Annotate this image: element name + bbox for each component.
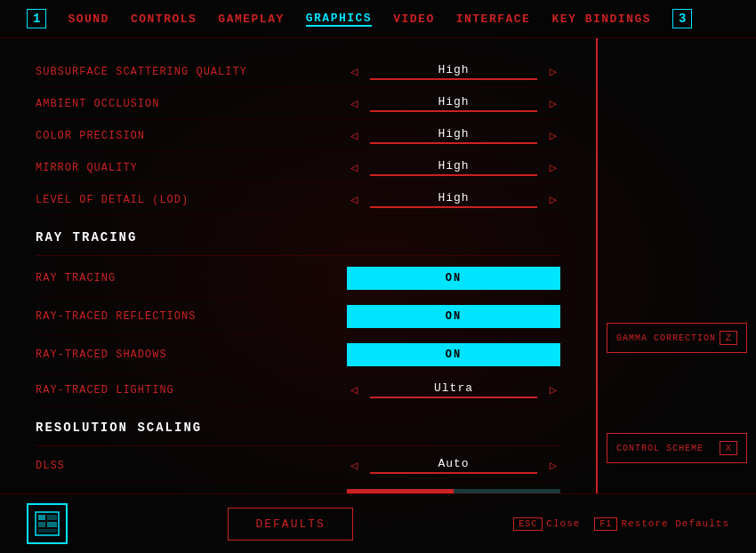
resolution-scaling-header: Resolution Scaling (36, 406, 560, 442)
restore-label: Restore Defaults (621, 518, 729, 529)
close-label: Close (546, 518, 580, 529)
selector-rt-lighting: ◁ Ultra ▷ (347, 381, 560, 398)
svg-rect-3 (47, 515, 57, 520)
arrow-right-subsurface[interactable]: ▷ (546, 64, 560, 79)
selector-lod: ◁ High ▷ (347, 191, 560, 208)
setting-mirror: Mirror Quality ◁ High ▷ (36, 152, 560, 184)
left-bracket[interactable]: 1 (27, 9, 46, 28)
selector-mirror: ◁ High ▷ (347, 159, 560, 176)
label-subsurface: Subsurface Scattering Quality (36, 66, 249, 78)
svg-rect-2 (38, 522, 45, 527)
nav-controls[interactable]: CONTROLS (131, 12, 197, 26)
nav-sound[interactable]: SOUND (68, 12, 109, 26)
gamma-label: GAMMA CORRECTION (616, 333, 716, 343)
arrow-right-dlss[interactable]: ▷ (546, 458, 560, 473)
arrow-right-ambient[interactable]: ▷ (546, 96, 560, 111)
label-mirror: Mirror Quality (36, 162, 249, 174)
selector-color: ◁ High ▷ (347, 127, 560, 144)
value-mirror: High (370, 159, 537, 176)
control-label: CONTROL SCHEME (616, 444, 704, 453)
control-key: X (720, 441, 737, 455)
setting-color: Color Precision ◁ High ▷ (36, 120, 560, 152)
selector-ambient: ◁ High ▷ (347, 95, 560, 112)
arrow-left-ambient[interactable]: ◁ (347, 96, 361, 111)
close-key: ESC (513, 517, 543, 531)
arrow-right-rt-lighting[interactable]: ▷ (546, 382, 560, 397)
toggle-ray-tracing[interactable]: ON (347, 267, 560, 290)
nav-graphics[interactable]: GRAPHICS (306, 12, 372, 27)
svg-rect-5 (38, 529, 57, 533)
restore-key: F1 (594, 517, 617, 531)
main-container: 1 SOUND CONTROLS GAMEPLAY GRAPHICS VIDEO… (0, 0, 756, 553)
selector-subsurface: ◁ High ▷ (347, 63, 560, 80)
right-sidebar: GAMMA CORRECTION Z CONTROL SCHEME X (596, 38, 756, 493)
gamma-correction-button[interactable]: GAMMA CORRECTION Z (607, 323, 747, 353)
arrow-left-lod[interactable]: ◁ (347, 192, 361, 207)
setting-dynamic-cas: Dynamic FidelityFX CAS OFF ON (36, 482, 560, 493)
content-area: Subsurface Scattering Quality ◁ High ▷ A… (0, 38, 756, 493)
nav-video[interactable]: VIDEO (393, 12, 435, 26)
label-dlss: DLSS (36, 460, 249, 472)
nav-interface[interactable]: INTERFACE (456, 12, 531, 26)
arrow-left-mirror[interactable]: ◁ (347, 160, 361, 175)
svg-rect-4 (47, 522, 57, 527)
setting-rt-lighting: Ray-Traced Lighting ◁ Ultra ▷ (36, 374, 560, 406)
value-ambient: High (370, 95, 537, 112)
gamma-key: Z (720, 331, 737, 345)
nav-keybindings[interactable]: KEY BINDINGS (551, 12, 651, 26)
setting-subsurface: Subsurface Scattering Quality ◁ High ▷ (36, 56, 560, 88)
value-color: High (370, 127, 537, 144)
nav-gameplay[interactable]: GAMEPLAY (218, 12, 284, 26)
svg-rect-1 (38, 515, 45, 520)
value-rt-lighting: Ultra (370, 381, 537, 398)
label-rt-shadows: Ray-Traced Shadows (36, 349, 249, 361)
arrow-left-dlss[interactable]: ◁ (347, 458, 361, 473)
setting-rt-shadows: Ray-Traced Shadows ON (36, 336, 560, 374)
label-lod: Level of Detail (LOD) (36, 194, 249, 206)
defaults-button[interactable]: DEFAULTS (228, 508, 352, 541)
right-bracket[interactable]: 3 (672, 9, 692, 28)
settings-panel: Subsurface Scattering Quality ◁ High ▷ A… (0, 38, 596, 493)
close-control: ESC Close (513, 517, 580, 531)
bottom-controls: ESC Close F1 Restore Defaults (513, 517, 729, 531)
setting-dlss: DLSS ◁ Auto ▷ (36, 450, 560, 482)
arrow-left-color[interactable]: ◁ (347, 128, 361, 143)
divider-rs (36, 445, 560, 446)
setting-lod: Level of Detail (LOD) ◁ High ▷ (36, 184, 560, 216)
top-nav: 1 SOUND CONTROLS GAMEPLAY GRAPHICS VIDEO… (0, 0, 756, 38)
selector-dlss: ◁ Auto ▷ (347, 457, 560, 474)
toggle-rt-shadows[interactable]: ON (347, 343, 560, 366)
setting-rt-reflections: Ray-Traced Reflections ON (36, 298, 560, 336)
value-subsurface: High (370, 63, 537, 80)
value-dlss: Auto (370, 457, 537, 474)
setting-ambient: Ambient Occlusion ◁ High ▷ (36, 88, 560, 120)
setting-ray-tracing: Ray Tracing ON (36, 260, 560, 298)
label-color: Color Precision (36, 130, 249, 142)
control-scheme-button[interactable]: CONTROL SCHEME X (607, 433, 747, 463)
divider-rt (36, 255, 560, 256)
arrow-right-mirror[interactable]: ▷ (546, 160, 560, 175)
ray-tracing-header: Ray Tracing (36, 216, 560, 252)
arrow-left-subsurface[interactable]: ◁ (347, 64, 361, 79)
toggle-rt-reflections[interactable]: ON (347, 305, 560, 328)
label-rt-lighting: Ray-Traced Lighting (36, 384, 249, 397)
arrow-right-color[interactable]: ▷ (546, 128, 560, 143)
value-lod: High (370, 191, 537, 208)
restore-control: F1 Restore Defaults (594, 517, 729, 531)
arrow-right-lod[interactable]: ▷ (546, 192, 560, 207)
label-ambient: Ambient Occlusion (36, 98, 249, 110)
arrow-left-rt-lighting[interactable]: ◁ (347, 382, 361, 397)
label-ray-tracing: Ray Tracing (36, 272, 249, 285)
bottom-bar: DEFAULTS ESC Close F1 Restore Defaults (0, 493, 756, 553)
settings-icon (34, 510, 60, 537)
icon-box (27, 503, 68, 544)
label-rt-reflections: Ray-Traced Reflections (36, 310, 249, 323)
